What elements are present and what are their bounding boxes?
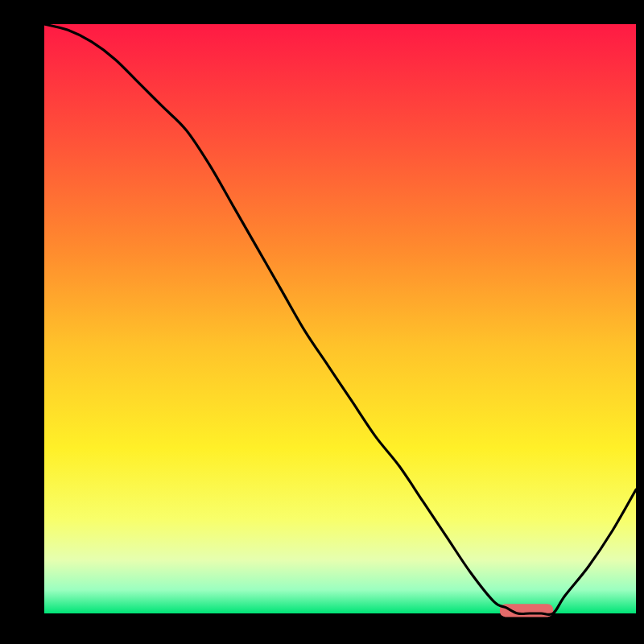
- bottleneck-chart: [0, 0, 644, 644]
- plot-gradient: [44, 24, 636, 613]
- chart-frame: { "attribution": "TheBottleneck.com", "c…: [0, 0, 644, 644]
